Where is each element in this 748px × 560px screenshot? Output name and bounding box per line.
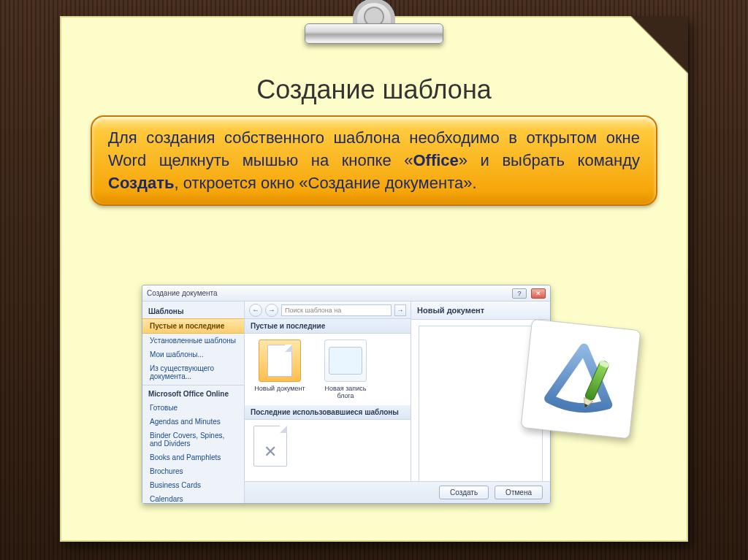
sidebar-item-binders[interactable]: Binder Covers, Spines, and Dividers [142, 429, 244, 450]
logo-card [521, 319, 641, 440]
dialog-titlebar: Создание документа ? ✕ [142, 285, 550, 302]
sidebar-item-my-templates[interactable]: Мои шаблоны... [142, 348, 244, 361]
sidebar-item-brochures[interactable]: Brochures [142, 464, 244, 478]
nav-back-button[interactable]: ← [249, 304, 262, 317]
sidebar-item-installed[interactable]: Установленные шаблоны [142, 334, 244, 348]
sidebar-item-calendars[interactable]: Calendars [142, 492, 244, 503]
new-document-dialog: Создание документа ? ✕ Шаблоны Пустые и … [142, 285, 551, 504]
document-icon [267, 345, 292, 377]
templates-sidebar: Шаблоны Пустые и последние Установленные… [142, 302, 245, 503]
sidebar-item-business-cards[interactable]: Business Cards [142, 478, 244, 492]
section-recent-templates: Последние использовавшиеся шаблоны [245, 405, 411, 420]
search-go-button[interactable]: → [394, 304, 406, 316]
instruction-callout: Для создания собственного шаблона необхо… [91, 115, 657, 206]
callout-bold-create: Создать [108, 174, 174, 192]
sidebar-header-online: Microsoft Office Online [142, 387, 244, 401]
template-new-blog-post[interactable]: Новая запись блога [319, 340, 372, 399]
cancel-button[interactable]: Отмена [495, 486, 543, 499]
section-blank-recent: Пустые и последние [245, 319, 411, 334]
sidebar-item-from-existing[interactable]: Из существующего документа... [142, 361, 244, 383]
sidebar-item-featured[interactable]: Готовые [142, 401, 244, 415]
templates-gallery: ← → Поиск шаблона на → Пустые и последни… [245, 302, 411, 503]
dialog-footer: Создать Отмена [245, 481, 550, 503]
sidebar-item-books[interactable]: Books and Pamphlets [142, 450, 244, 464]
dialog-title: Создание документа [147, 289, 508, 297]
nav-forward-button[interactable]: → [265, 304, 278, 317]
recent-template-placeholder-icon[interactable]: ✕ [253, 426, 287, 467]
preview-header: Новый документ [411, 302, 550, 320]
thumb-label-new-doc: Новый документ [253, 385, 306, 392]
sticky-note-slide: Создание шаблона Для создания собственно… [60, 16, 688, 542]
sidebar-header-templates: Шаблоны [142, 304, 244, 318]
template-search-input[interactable]: Поиск шаблона на [281, 304, 392, 316]
help-button[interactable]: ? [512, 288, 527, 299]
close-button[interactable]: ✕ [531, 288, 546, 299]
triangle-pen-icon [537, 335, 625, 423]
callout-text-3: , откроется окно «Создание документа». [174, 174, 476, 192]
callout-text-2: » и выбрать команду [459, 151, 640, 169]
gallery-toolbar: ← → Поиск шаблона на → [245, 302, 411, 319]
thumb-label-blog: Новая запись блога [319, 385, 372, 399]
create-button[interactable]: Создать [439, 486, 489, 499]
blog-icon [329, 347, 362, 375]
sidebar-item-blank-recent[interactable]: Пустые и последние [142, 318, 244, 334]
callout-bold-office: Office [413, 151, 458, 169]
binder-clip-decoration [305, 0, 443, 54]
template-new-document[interactable]: Новый документ [253, 340, 306, 399]
sidebar-item-agendas[interactable]: Agendas and Minutes [142, 415, 244, 429]
